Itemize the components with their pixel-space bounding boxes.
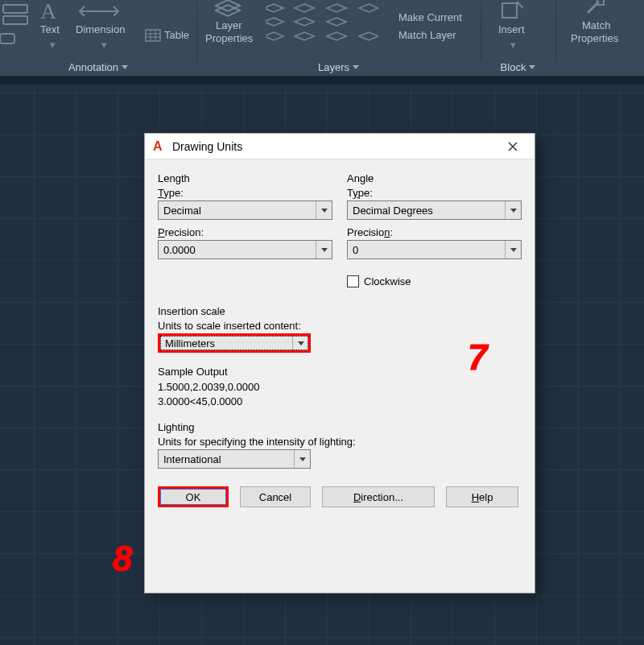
ribbon-group-block[interactable]: Block <box>481 0 555 76</box>
length-precision-label: Precision: <box>158 226 332 238</box>
help-button[interactable]: Help <box>446 486 518 507</box>
angle-type-value: Decimal Degrees <box>353 205 433 217</box>
chevron-down-icon <box>505 241 521 258</box>
drawing-units-dialog: A Drawing Units Length Type: Decimal Pre… <box>144 133 535 593</box>
ribbon-group-label: Layers <box>318 61 349 73</box>
ribbon-group-annotation[interactable]: Annotation <box>0 0 196 76</box>
clockwise-label: Clockwise <box>364 275 411 287</box>
angle-type-label: Type: <box>347 187 522 199</box>
clockwise-checkbox[interactable] <box>347 275 359 287</box>
cancel-button[interactable]: Cancel <box>240 486 311 507</box>
lighting-group: Lighting Units for specifying the intens… <box>158 421 522 469</box>
ribbon: A Text ▾ Dimension ▾ Table Layer Propert… <box>0 0 644 76</box>
annotation-7: 7 <box>468 340 487 375</box>
chevron-down-icon <box>292 336 308 350</box>
insertion-heading: Insertion scale <box>158 305 522 317</box>
ok-button[interactable]: OK <box>158 486 229 507</box>
close-icon <box>508 142 518 151</box>
svg-rect-24 <box>597 0 604 5</box>
insertion-units-value: Millimeters <box>165 337 215 349</box>
lighting-units-value: International <box>163 453 221 465</box>
lighting-heading: Lighting <box>158 421 522 433</box>
chevron-down-icon <box>505 201 521 219</box>
match-properties-icon <box>584 0 609 18</box>
chevron-down-icon <box>316 201 332 219</box>
angle-heading: Angle <box>347 172 522 184</box>
lighting-label: Units for specifying the intensity of li… <box>158 436 522 448</box>
length-type-combo[interactable]: Decimal <box>158 201 332 220</box>
ribbon-group-layers[interactable]: Layers <box>196 0 481 76</box>
dialog-body: Length Type: Decimal Precision: 0.0000 A… <box>145 159 535 515</box>
ribbon-label-match1[interactable]: Match <box>582 19 610 31</box>
ribbon-group-label: Annotation <box>68 61 118 73</box>
angle-precision-combo[interactable]: 0 <box>347 240 522 259</box>
chevron-down-icon <box>294 450 310 468</box>
lighting-units-combo[interactable]: International <box>158 449 311 469</box>
insertion-units-combo[interactable]: Millimeters <box>158 333 311 353</box>
length-heading: Length <box>158 172 332 184</box>
length-group: Length Type: Decimal Precision: 0.0000 <box>158 172 332 287</box>
sample-line-1: 1.5000,2.0039,0.0000 <box>158 380 522 395</box>
clockwise-checkbox-row[interactable]: Clockwise <box>347 275 522 287</box>
direction-button[interactable]: Direction... <box>322 486 435 507</box>
length-type-label: Type: <box>158 187 332 199</box>
length-type-value: Decimal <box>163 205 201 217</box>
drawing-canvas[interactable]: A Drawing Units Length Type: Decimal Pre… <box>0 76 644 645</box>
length-precision-combo[interactable]: 0.0000 <box>158 240 332 259</box>
ribbon-label-match2: Properties <box>571 32 618 44</box>
angle-precision-label: Precision: <box>347 226 522 238</box>
length-precision-value: 0.0000 <box>163 244 196 256</box>
dialog-titlebar[interactable]: A Drawing Units <box>145 134 535 159</box>
ribbon-group-label: Block <box>501 61 526 73</box>
close-button[interactable] <box>496 135 530 158</box>
angle-group: Angle Type: Decimal Degrees Precision: 0… <box>347 172 522 287</box>
annotation-8: 8 <box>113 541 132 577</box>
dialog-button-row: OK Cancel Direction... Help <box>158 486 522 507</box>
chevron-down-icon <box>316 241 332 258</box>
sample-line-2: 3.0000<45,0.0000 <box>158 395 522 409</box>
dialog-title: Drawing Units <box>172 140 496 153</box>
insertion-label: Units to scale inserted content: <box>158 320 522 332</box>
angle-precision-value: 0 <box>353 244 358 256</box>
angle-type-combo[interactable]: Decimal Degrees <box>347 201 522 220</box>
autocad-app-icon: A <box>153 140 166 153</box>
